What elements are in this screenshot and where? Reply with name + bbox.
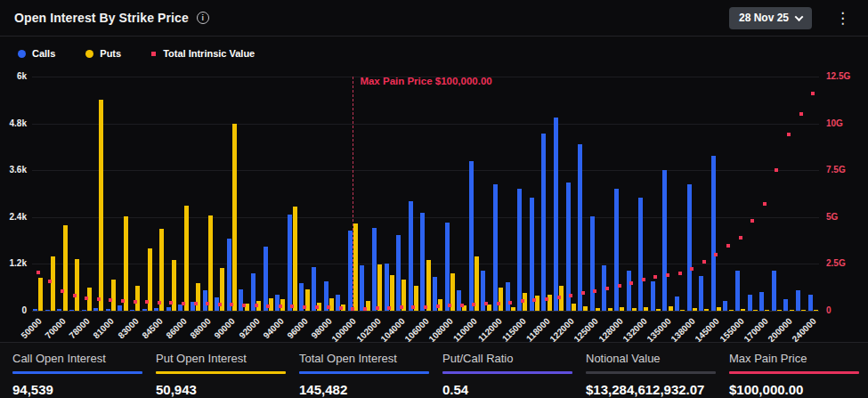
- intrinsic-value-dot: [739, 236, 742, 240]
- intrinsic-value-dot: [145, 300, 149, 304]
- intrinsic-value-dot: [472, 303, 475, 306]
- put-bar: [693, 308, 697, 311]
- call-bar: [409, 201, 413, 311]
- call-bar: [675, 296, 679, 311]
- intrinsic-value-dot: [653, 275, 657, 279]
- call-bar: [118, 305, 122, 311]
- intrinsic-value-dot: [279, 305, 282, 308]
- stat-label: Max Pain Price: [729, 352, 863, 365]
- call-bar: [578, 144, 582, 311]
- legend-item-puts[interactable]: Puts: [85, 48, 121, 59]
- call-bar: [566, 183, 571, 311]
- legend-item-calls[interactable]: Calls: [18, 48, 55, 59]
- intrinsic-value-dot: [255, 304, 258, 307]
- call-bar: [541, 134, 546, 311]
- kebab-menu-icon[interactable]: ⋮: [831, 9, 854, 28]
- call-bar: [651, 281, 655, 311]
- stat-accent-rule: [586, 371, 716, 374]
- stat-put-open-interest: Put Open Interest 50,943: [156, 352, 289, 397]
- panel-header: Open Interest By Strike Price i 28 Nov 2…: [0, 0, 868, 37]
- put-bar: [511, 307, 515, 311]
- expiry-date-selector[interactable]: 28 Nov 25: [729, 7, 812, 29]
- intrinsic-value-dot: [460, 304, 464, 307]
- intrinsic-value-dot: [327, 305, 330, 309]
- call-bar: [203, 290, 207, 311]
- intrinsic-value-dot: [497, 302, 500, 305]
- chevron-down-icon: [795, 12, 804, 21]
- call-bar: [45, 310, 50, 311]
- call-bar: [106, 309, 110, 311]
- call-bar: [772, 271, 776, 311]
- call-bar: [275, 295, 280, 311]
- call-bar: [735, 271, 740, 311]
- calls-marker-icon: [18, 50, 26, 58]
- stat-label: Call Open Interest: [12, 352, 146, 365]
- intrinsic-value-dot: [424, 305, 427, 309]
- call-bar: [627, 271, 631, 311]
- put-bar: [656, 309, 661, 311]
- intrinsic-value-dot: [750, 219, 754, 223]
- left-axis-tick-label: 6k: [3, 71, 27, 81]
- call-bar: [638, 198, 643, 311]
- put-bar: [377, 264, 382, 311]
- stat-value: $100,000.00: [729, 382, 863, 397]
- legend-calls-label: Calls: [32, 48, 55, 59]
- stat-label: Put/Call Ratio: [442, 352, 576, 365]
- call-bar: [808, 295, 813, 311]
- call-bar: [82, 310, 86, 311]
- call-bar: [93, 308, 98, 312]
- put-bar: [801, 310, 806, 311]
- gridline: [32, 124, 819, 125]
- info-icon[interactable]: i: [197, 12, 209, 24]
- intrinsic-value-dot: [521, 299, 524, 303]
- intrinsic-value-dot: [763, 202, 767, 206]
- stat-total-open-interest: Total Open Interest 145,482: [299, 352, 433, 397]
- put-bar: [753, 310, 758, 311]
- intrinsic-value-dot: [726, 244, 730, 248]
- intrinsic-value-dot: [315, 305, 319, 309]
- right-axis-tick-label: 10G: [826, 118, 862, 128]
- intrinsic-value-dot: [73, 294, 77, 297]
- stat-accent-rule: [156, 371, 286, 374]
- stat-value: 145,482: [299, 382, 433, 397]
- intrinsic-value-dot: [109, 298, 112, 302]
- stat-value: $13,284,612,932.07: [586, 382, 719, 397]
- call-bar: [360, 265, 364, 311]
- max-pain-label: Max Pain Price $100,000.00: [360, 76, 491, 86]
- legend-item-intrinsic[interactable]: Total Intrinsic Value: [151, 48, 255, 59]
- put-bar: [572, 304, 576, 311]
- stat-notional-value: Notional Value $13,284,612,932.07: [586, 352, 719, 397]
- put-bar: [790, 310, 794, 311]
- stats-bar: Call Open Interest 94,539 Put Open Inter…: [0, 342, 868, 398]
- call-bar: [227, 239, 231, 311]
- intrinsic-value-dot: [230, 303, 233, 306]
- intrinsic-value-dot: [702, 260, 706, 264]
- intrinsic-value-dot: [714, 253, 718, 256]
- put-bar: [596, 308, 600, 312]
- plot-area[interactable]: 01.2k2.4k3.6k4.8k6k02.5G5G7.5G10G12.5G50…: [32, 77, 819, 311]
- put-bar: [814, 310, 818, 311]
- call-bar: [711, 156, 716, 311]
- put-bar: [75, 259, 79, 311]
- stat-value: 94,539: [12, 382, 146, 397]
- open-interest-panel: Open Interest By Strike Price i 28 Nov 2…: [0, 0, 868, 398]
- put-bar: [135, 286, 140, 311]
- max-pain-line: [353, 77, 353, 311]
- put-bar: [765, 310, 769, 311]
- intrinsic-value-dot: [811, 92, 815, 95]
- call-bar: [506, 282, 510, 311]
- intrinsic-value-dot: [569, 294, 572, 297]
- intrinsic-value-dot: [400, 305, 403, 309]
- call-bar: [590, 216, 595, 312]
- intrinsic-value-dot: [206, 302, 209, 305]
- intrinsic-value-dot: [37, 271, 40, 274]
- put-bar: [38, 278, 43, 311]
- intrinsic-value-dot: [169, 301, 173, 305]
- put-bar: [644, 307, 648, 311]
- intrinsic-value-dot: [545, 297, 548, 301]
- intrinsic-value-dot: [799, 112, 803, 116]
- call-bar: [723, 301, 727, 311]
- intrinsic-value-dot: [85, 296, 88, 300]
- legend-puts-label: Puts: [100, 48, 121, 59]
- intrinsic-value-dot: [182, 302, 185, 305]
